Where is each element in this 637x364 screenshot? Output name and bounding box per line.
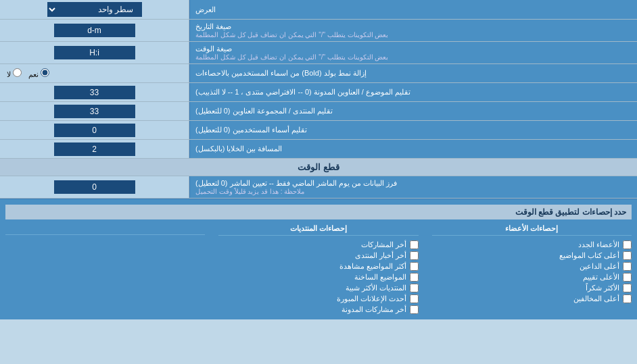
cb-most-warned: أعلى المخالفين xyxy=(432,294,632,303)
row-date-label: صيغة التاريخ بعض التكوينات يتطلب "/" الت… xyxy=(189,20,637,41)
checkboxes-title: حدد إحصاءات لتطبيق قطع الوقت xyxy=(5,205,632,219)
row-forum-label: تقليم المنتدى / المجموعة العناوين (0 للت… xyxy=(189,102,637,120)
row-username-input[interactable] xyxy=(0,121,189,139)
cb-most-thanked-input[interactable] xyxy=(623,284,632,292)
row-cell-label: المسافة بين الخلايا (بالبكسل) xyxy=(189,140,637,158)
cb-most-popular: المنتديات الأكثر شبية xyxy=(218,284,418,292)
row-username-trim: تقليم أسماء المستخدمين (0 للتعطيل) xyxy=(0,121,637,140)
col-members: إحصاءات الأعضاء الأعضاء الجدد أعلى كتاب … xyxy=(432,222,632,314)
checkboxes-grid: إحصاءات الأعضاء الأعضاء الجدد أعلى كتاب … xyxy=(5,222,632,314)
row-date-input[interactable] xyxy=(0,20,189,41)
cutoff-field[interactable] xyxy=(54,180,135,194)
cb-new-members-input[interactable] xyxy=(623,240,632,249)
cb-hot-topics-input[interactable] xyxy=(410,273,419,282)
cb-last-news-input[interactable] xyxy=(410,251,419,260)
cb-most-thanked: الأكثر شكراً xyxy=(432,284,632,292)
row-display-label: العرض xyxy=(189,0,637,19)
cb-last-news: أخر أخبار المنتدى xyxy=(218,251,418,260)
cb-top-rated-input[interactable] xyxy=(623,273,632,282)
time-format-field[interactable] xyxy=(54,46,135,59)
cb-top-authors: أعلى كتاب المواضيع xyxy=(432,251,632,260)
bold-radio-no[interactable] xyxy=(13,68,22,77)
row-cell-gap: المسافة بين الخلايا (بالبكسل) xyxy=(0,140,637,159)
cb-last-posts-input[interactable] xyxy=(410,240,419,249)
row-display: العرض سطر واحد سطرين ثلاثة أسطر xyxy=(0,0,637,20)
date-format-field[interactable] xyxy=(54,24,135,37)
row-time-label: صيغة الوقت بعض التكوينات يتطلب "/" التي … xyxy=(189,42,637,63)
cb-top-rated: الأعلى تقييم xyxy=(432,273,632,282)
row-date-format: صيغة التاريخ بعض التكوينات يتطلب "/" الت… xyxy=(0,20,637,42)
checkboxes-section: حدد إحصاءات لتطبيق قطع الوقت إحصاءات الأ… xyxy=(0,199,637,319)
topic-order-field[interactable] xyxy=(54,86,135,99)
col-empty xyxy=(5,222,205,314)
row-time-format: صيغة الوقت بعض التكوينات يتطلب "/" التي … xyxy=(0,42,637,64)
cb-hot-topics: المواضيع الساخنة xyxy=(218,273,418,282)
row-display-input[interactable]: سطر واحد سطرين ثلاثة أسطر xyxy=(0,0,189,19)
cb-last-blog: أخر مشاركات المدونة xyxy=(218,305,418,314)
row-bold-label: إزالة نمط بولد (Bold) من اسماء المستخدمي… xyxy=(189,64,637,82)
row-cutoff-label: فرز البيانات من يوم الماشر الماضي فقط --… xyxy=(189,176,637,198)
cb-most-warned-input[interactable] xyxy=(623,294,632,303)
bold-radio-yes[interactable] xyxy=(41,68,49,77)
row-forum-order: تقليم المنتدى / المجموعة العناوين (0 للت… xyxy=(0,102,637,121)
cb-top-posters-input[interactable] xyxy=(623,262,632,271)
forum-order-field[interactable] xyxy=(54,105,135,118)
row-cutoff-input[interactable] xyxy=(0,176,189,198)
row-topic-order: تقليم الموضوع / العناوين المدونة (0 -- ا… xyxy=(0,83,637,102)
row-cutoff: فرز البيانات من يوم الماشر الماضي فقط --… xyxy=(0,176,637,199)
cb-latest-ads: أحدث الإعلانات المبورة xyxy=(218,294,418,303)
main-container: العرض سطر واحد سطرين ثلاثة أسطر صيغة الت… xyxy=(0,0,637,319)
cb-most-viewed: أكثر المواضيع مشاهدة xyxy=(218,262,418,271)
row-username-label: تقليم أسماء المستخدمين (0 للتعطيل) xyxy=(189,121,637,139)
bold-radio-no-label: لا xyxy=(7,68,22,79)
row-topic-input[interactable] xyxy=(0,83,189,101)
col-empty-header xyxy=(5,222,205,235)
row-forum-input[interactable] xyxy=(0,102,189,120)
cb-top-authors-input[interactable] xyxy=(623,251,632,260)
cutoff-section-header: قطع الوقت xyxy=(0,159,637,176)
cell-gap-field[interactable] xyxy=(54,142,135,156)
col-members-header: إحصاءات الأعضاء xyxy=(432,222,632,236)
row-cell-input[interactable] xyxy=(0,140,189,158)
cb-last-blog-input[interactable] xyxy=(410,305,419,314)
cb-top-posters: أعلى الداعين xyxy=(432,262,632,271)
col-forums-header: إحصاءات المنتديات xyxy=(218,222,418,236)
cb-new-members: الأعضاء الجدد xyxy=(432,240,632,249)
username-trim-field[interactable] xyxy=(54,124,135,137)
cb-last-posts: أخر المشاركات xyxy=(218,240,418,249)
row-topic-label: تقليم الموضوع / العناوين المدونة (0 -- ا… xyxy=(189,83,637,101)
row-bold-input: نعم لا xyxy=(0,64,189,82)
cb-most-popular-input[interactable] xyxy=(410,284,419,292)
bold-radio-yes-label: نعم xyxy=(28,68,49,79)
row-time-input[interactable] xyxy=(0,42,189,63)
cb-most-viewed-input[interactable] xyxy=(410,262,419,271)
col-forums: إحصاءات المنتديات أخر المشاركات أخر أخبا… xyxy=(218,222,418,314)
row-bold: إزالة نمط بولد (Bold) من اسماء المستخدمي… xyxy=(0,64,637,83)
display-select[interactable]: سطر واحد سطرين ثلاثة أسطر xyxy=(47,2,142,17)
cb-latest-ads-input[interactable] xyxy=(410,294,419,303)
